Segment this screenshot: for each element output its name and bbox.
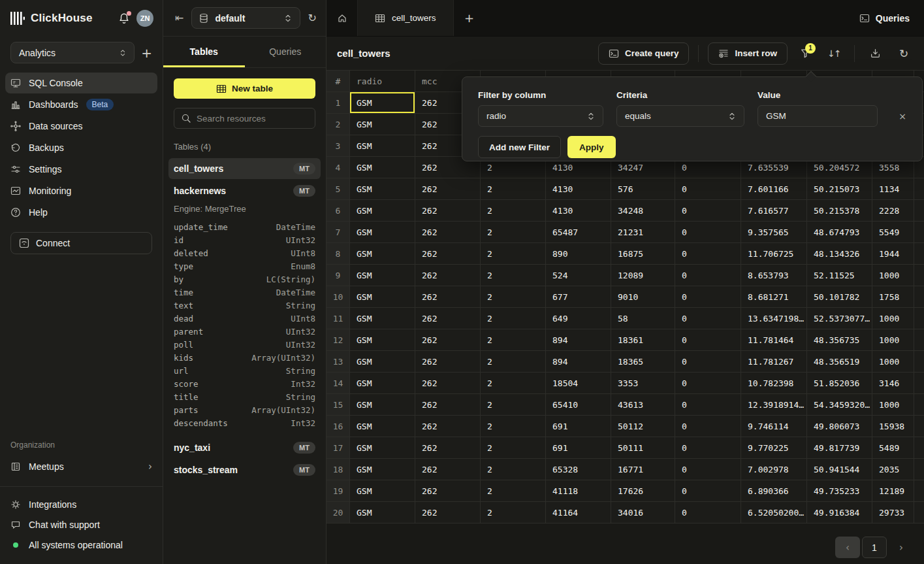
tab-tables[interactable]: Tables (163, 37, 245, 67)
grid-cell[interactable]: 2 (481, 459, 546, 480)
collapse-panel-button[interactable]: ⇤ (175, 12, 183, 24)
grid-cell[interactable]: 1000 (872, 308, 914, 329)
grid-cell[interactable]: GSM (350, 308, 415, 329)
grid-cell[interactable]: 262 (415, 329, 481, 351)
sidebar-item-chat-with-support[interactable]: Chat with support (5, 515, 157, 535)
grid-cell[interactable]: 262 (415, 351, 481, 373)
grid-cell[interactable]: 65410 (546, 394, 611, 416)
pagination-next-button[interactable]: › (889, 537, 914, 558)
grid-cell[interactable]: 262 (415, 265, 481, 286)
grid-cell[interactable]: 0 (675, 351, 741, 373)
row-number-header[interactable]: # (327, 71, 350, 92)
grid-cell[interactable]: 50111 (611, 437, 675, 459)
row-number[interactable]: 11 (327, 308, 350, 329)
grid-cell[interactable]: 524 (546, 265, 611, 286)
table-item-hackernews[interactable]: hackernewsMT (168, 180, 321, 201)
grid-cell[interactable]: 894 (546, 351, 611, 373)
grid-cell[interactable]: 2 (481, 329, 546, 351)
grid-cell[interactable]: 51.852036 (807, 373, 872, 394)
grid-cell[interactable]: 41118 (546, 480, 611, 502)
grid-cell[interactable]: 52.11525 (807, 265, 872, 286)
grid-cell[interactable]: 2 (481, 178, 546, 200)
grid-cell[interactable]: 29733 (872, 502, 914, 523)
grid-cell[interactable]: 21231 (611, 222, 675, 243)
row-number[interactable]: 12 (327, 329, 350, 351)
tab-cell-towers[interactable]: cell_towers (358, 0, 454, 36)
grid-cell[interactable]: 18361 (611, 329, 675, 351)
grid-cell[interactable]: 6.890366 (741, 480, 807, 502)
tab-queries[interactable]: Queries (245, 37, 327, 67)
user-avatar[interactable]: ZN (136, 10, 153, 27)
grid-cell[interactable]: 2 (481, 265, 546, 286)
new-tab-button[interactable]: + (454, 0, 485, 36)
grid-cell[interactable]: 0 (675, 286, 741, 308)
grid-cell[interactable]: 50112 (611, 416, 675, 437)
grid-cell[interactable]: 2 (481, 373, 546, 394)
grid-cell[interactable]: 12089 (611, 265, 675, 286)
grid-cell[interactable]: 2 (481, 200, 546, 222)
download-button[interactable] (864, 42, 886, 65)
table-item-cell_towers[interactable]: cell_towersMT (168, 158, 321, 179)
grid-cell[interactable]: 16875 (611, 243, 675, 265)
refresh-database-button[interactable]: ↻ (308, 12, 317, 24)
grid-cell[interactable]: GSM (350, 135, 415, 157)
grid-cell[interactable]: 11.781464 (741, 329, 807, 351)
pagination-current-page[interactable]: 1 (862, 537, 887, 558)
refresh-table-button[interactable]: ↻ (893, 42, 915, 65)
grid-cell[interactable]: 41164 (546, 502, 611, 523)
grid-cell[interactable]: GSM (350, 394, 415, 416)
connect-button[interactable]: Connect (10, 232, 152, 254)
grid-cell[interactable]: GSM (350, 200, 415, 222)
grid-cell[interactable]: GSM (350, 265, 415, 286)
grid-cell[interactable]: GSM (350, 459, 415, 480)
grid-cell[interactable]: 691 (546, 437, 611, 459)
grid-cell[interactable]: 2 (481, 351, 546, 373)
row-number[interactable]: 2 (327, 114, 350, 135)
grid-cell[interactable]: 5489 (872, 437, 914, 459)
grid-cell[interactable]: 262 (415, 178, 481, 200)
grid-cell[interactable]: 0 (675, 329, 741, 351)
grid-cell[interactable]: 9010 (611, 286, 675, 308)
column-header[interactable]: radio (350, 71, 415, 92)
grid-cell[interactable]: 8.653793 (741, 265, 807, 286)
filter-value-input[interactable] (757, 105, 878, 127)
grid-cell[interactable]: 262 (415, 373, 481, 394)
grid-cell[interactable]: 18365 (611, 351, 675, 373)
grid-cell[interactable]: 13.6347198… (741, 308, 807, 329)
grid-cell[interactable]: 1000 (872, 265, 914, 286)
sidebar-item-backups[interactable]: Backups (5, 137, 157, 158)
table-item-stocks_stream[interactable]: stocks_streamMT (168, 459, 321, 480)
sidebar-item-meetups[interactable]: Meetups› (5, 456, 157, 477)
grid-cell[interactable]: 262 (415, 308, 481, 329)
grid-cell[interactable]: 2035 (872, 459, 914, 480)
insert-row-button[interactable]: Insert row (708, 42, 788, 65)
row-number[interactable]: 9 (327, 265, 350, 286)
sidebar-item-data-sources[interactable]: Data sources (5, 116, 157, 137)
add-service-button[interactable]: + (141, 46, 152, 59)
grid-cell[interactable]: 2 (481, 502, 546, 523)
grid-cell[interactable]: GSM (350, 222, 415, 243)
grid-cell[interactable]: 52.5373077… (807, 308, 872, 329)
grid-cell[interactable]: 7.601166 (741, 178, 807, 200)
grid-cell[interactable]: 9.357565 (741, 222, 807, 243)
grid-cell[interactable]: 262 (415, 394, 481, 416)
row-number[interactable]: 7 (327, 222, 350, 243)
grid-cell[interactable]: 0 (675, 394, 741, 416)
sidebar-item-system-status[interactable]: All systems operational (5, 535, 157, 555)
create-query-button[interactable]: Create query (598, 42, 690, 65)
grid-cell[interactable]: 0 (675, 243, 741, 265)
grid-cell[interactable]: GSM (350, 329, 415, 351)
row-number[interactable]: 19 (327, 480, 350, 502)
grid-cell[interactable]: 49.817739 (807, 437, 872, 459)
grid-cell[interactable]: 2 (481, 243, 546, 265)
grid-cell[interactable]: 7.616577 (741, 200, 807, 222)
search-resources-input[interactable] (197, 114, 308, 124)
grid-cell[interactable]: 649 (546, 308, 611, 329)
grid-cell[interactable]: GSM (350, 157, 415, 178)
grid-cell[interactable]: GSM (350, 502, 415, 523)
row-number[interactable]: 8 (327, 243, 350, 265)
grid-cell[interactable]: 15938 (872, 416, 914, 437)
grid-cell[interactable]: 48.134326 (807, 243, 872, 265)
grid-cell[interactable]: 262 (415, 480, 481, 502)
grid-cell[interactable]: 58 (611, 308, 675, 329)
